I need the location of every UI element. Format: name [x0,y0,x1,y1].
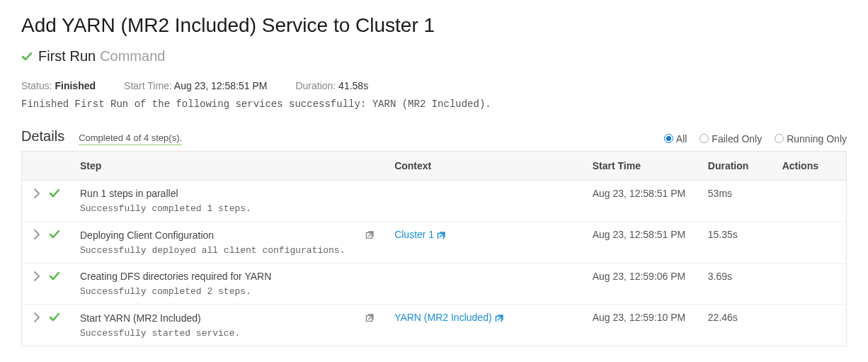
step-actions [772,222,847,264]
step-title: Deploying Client Configuration [80,230,214,241]
table-row: Start YARN (MR2 Included)Successfully st… [22,305,847,346]
step-start-time: Aug 23, 12:59:10 PM [583,305,698,346]
step-actions [772,305,847,346]
step-start-time: Aug 23, 12:58:51 PM [583,222,698,264]
filter-all-label: All [676,133,687,145]
chevron-right-icon[interactable] [32,312,42,323]
step-actions [772,264,847,305]
col-start: Start Time [583,152,698,181]
step-subtext: Successfully completed 1 steps. [80,203,375,214]
col-step: Step [70,152,384,181]
table-row: Run 1 steps in parallelSuccessfully comp… [22,181,847,222]
external-link-icon[interactable] [495,312,503,324]
step-title: Run 1 steps in parallel [80,188,178,199]
check-icon [21,51,34,62]
filter-all[interactable]: All [664,133,687,145]
chevron-right-icon[interactable] [32,188,42,199]
filter-running[interactable]: Running Only [775,133,847,145]
duration-label: Duration: [295,80,336,91]
step-title: Start YARN (MR2 Included) [80,312,201,324]
step-duration: 53ms [698,181,772,222]
external-link-icon[interactable] [365,312,375,324]
page-title: Add YARN (MR2 Included) Service to Clust… [21,14,847,37]
radio-icon [699,134,709,143]
col-duration: Duration [698,152,772,181]
radio-icon [775,134,784,143]
filter-failed[interactable]: Failed Only [699,133,762,145]
command-suffix: Command [100,48,165,64]
details-title: Details [21,128,64,145]
steps-table: Step Context Start Time Duration Actions… [21,151,847,346]
table-row: Deploying Client ConfigurationSuccessful… [22,222,847,264]
check-icon [49,271,60,282]
external-link-icon[interactable] [437,230,445,241]
step-duration: 22.46s [698,305,772,346]
filter-group: All Failed Only Running Only [664,133,847,145]
context-link[interactable]: YARN (MR2 Included) [394,312,491,323]
step-subtext: Successfully started service. [80,328,375,339]
command-header: First Run Command [21,48,847,64]
step-subtext: Successfully deployed all client configu… [80,245,375,256]
chevron-right-icon[interactable] [32,229,42,240]
radio-icon [664,134,673,143]
table-row: Creating DFS directories required for YA… [22,264,847,305]
step-title: Creating DFS directories required for YA… [80,271,271,282]
check-icon [49,188,60,199]
start-time-label: Start Time: [124,80,172,91]
duration-value: 41.58s [338,80,368,91]
filter-failed-label: Failed Only [712,133,762,145]
step-duration: 15.35s [698,222,772,264]
col-actions: Actions [772,152,847,181]
step-start-time: Aug 23, 12:58:51 PM [583,181,698,222]
status-label: Status: [21,80,52,91]
check-icon [49,229,60,240]
completed-summary[interactable]: Completed 4 of 4 step(s). [79,132,182,145]
step-duration: 3.69s [698,264,772,305]
filter-running-label: Running Only [787,133,847,145]
status-value: Finished [55,80,96,91]
meta-row: Status: Finished Start Time: Aug 23, 12:… [21,80,847,91]
context-link[interactable]: Cluster 1 [394,229,434,240]
col-context: Context [384,152,583,181]
step-actions [772,181,847,222]
result-message: Finished First Run of the following serv… [21,98,847,110]
external-link-icon[interactable] [365,229,375,241]
step-subtext: Successfully completed 2 steps. [80,286,375,297]
chevron-right-icon[interactable] [32,271,42,282]
start-time-value: Aug 23, 12:58:51 PM [174,80,268,91]
check-icon [49,312,60,323]
command-name: First Run [38,48,96,64]
step-start-time: Aug 23, 12:59:06 PM [583,264,698,305]
